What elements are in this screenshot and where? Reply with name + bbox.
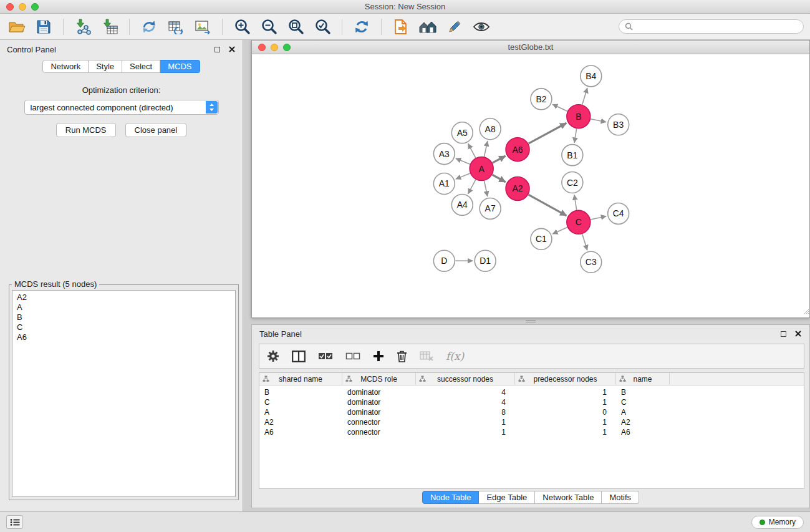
network-window-titlebar[interactable]: testGlobe.txt — [252, 41, 809, 54]
edge-A-A4[interactable] — [468, 180, 476, 194]
close-table-panel-icon[interactable] — [794, 330, 802, 338]
save-session-icon[interactable] — [33, 17, 54, 37]
table-row[interactable]: Bdominator41B — [259, 387, 804, 397]
browser-home-icon[interactable] — [417, 17, 438, 37]
column-header-name[interactable]: name — [616, 373, 670, 385]
network-canvas[interactable]: B4B2BB3A5A8A6B1A3AC2A1A2A4A7C4CC1C3DD1 — [252, 55, 809, 317]
node-B2[interactable]: B2 — [531, 89, 552, 110]
node-B[interactable]: B — [567, 105, 591, 128]
import-network-file-icon[interactable] — [72, 17, 94, 37]
export-document-icon[interactable] — [390, 17, 412, 37]
zoom-out-icon[interactable] — [258, 17, 279, 37]
node-C3[interactable]: C3 — [581, 251, 602, 273]
column-header-MCDS-role[interactable]: MCDS role — [342, 373, 416, 385]
float-control-panel-icon[interactable] — [213, 46, 221, 54]
node-C[interactable]: C — [567, 210, 591, 234]
table-tab-motifs[interactable]: Motifs — [602, 491, 639, 504]
node-A4[interactable]: A4 — [451, 194, 473, 215]
edge-A-A8[interactable] — [484, 141, 487, 157]
node-A6[interactable]: A6 — [506, 138, 529, 162]
apply-layout-icon[interactable] — [351, 17, 372, 37]
edge-B-B3[interactable] — [591, 119, 606, 122]
run-mcds-button[interactable]: Run MCDS — [56, 123, 116, 137]
node-A2[interactable]: A2 — [506, 177, 529, 201]
table-row[interactable]: Cdominator41C — [259, 397, 804, 407]
table-tab-network-table[interactable]: Network Table — [535, 491, 602, 504]
mcds-result-item[interactable]: B — [17, 312, 231, 322]
node-C2[interactable]: C2 — [562, 172, 583, 193]
edge-A-A6[interactable] — [493, 156, 506, 163]
new-network-icon[interactable] — [138, 17, 160, 37]
mcds-result-item[interactable]: A — [17, 302, 231, 312]
node-A7[interactable]: A7 — [480, 198, 501, 219]
table-settings-icon[interactable] — [267, 349, 279, 364]
table-row[interactable]: A6connector11A6 — [259, 427, 804, 437]
control-tab-network[interactable]: Network — [42, 60, 89, 73]
zoom-in-icon[interactable] — [231, 17, 253, 37]
edge-B-B2[interactable] — [552, 104, 567, 111]
zoom-fit-icon[interactable] — [285, 17, 306, 37]
network-zoom-button[interactable] — [283, 44, 291, 51]
control-tab-mcds[interactable]: MCDS — [160, 60, 200, 73]
panel-splitter[interactable] — [251, 319, 810, 324]
network-view[interactable]: B4B2BB3A5A8A6B1A3AC2A1A2A4A7C4CC1C3DD1 — [252, 55, 809, 317]
column-header-shared-name[interactable]: shared name — [259, 373, 342, 385]
mcds-result-item[interactable]: A6 — [17, 332, 231, 342]
style-wand-icon[interactable] — [444, 17, 465, 37]
column-header-successor-nodes[interactable]: successor nodes — [416, 373, 515, 385]
edge-B-B4[interactable] — [582, 88, 587, 105]
table-tab-node-table[interactable]: Node Table — [422, 491, 480, 504]
table-row[interactable]: Adominator80A — [259, 407, 804, 417]
network-minimize-button[interactable] — [271, 44, 278, 51]
select-all-icon[interactable] — [318, 349, 333, 364]
add-row-icon[interactable] — [373, 349, 384, 364]
deselect-all-icon[interactable] — [345, 349, 360, 364]
edge-A-A2[interactable] — [493, 175, 506, 182]
node-D[interactable]: D — [433, 250, 455, 271]
export-image-icon[interactable] — [192, 17, 213, 37]
close-window-button[interactable] — [6, 3, 14, 11]
show-graphics-details-icon[interactable] — [471, 17, 492, 37]
open-file-icon[interactable] — [6, 17, 27, 37]
minimize-window-button[interactable] — [19, 3, 26, 11]
edge-A2-C[interactable] — [529, 195, 567, 216]
import-table-file-icon[interactable] — [99, 17, 120, 37]
float-table-panel-icon[interactable] — [779, 330, 788, 338]
table-tab-edge-table[interactable]: Edge Table — [479, 491, 535, 504]
mcds-result-item[interactable]: A2 — [17, 293, 231, 302]
node-B3[interactable]: B3 — [608, 114, 629, 135]
search-box[interactable] — [619, 19, 804, 34]
edge-C-C4[interactable] — [591, 216, 606, 220]
node-B1[interactable]: B1 — [562, 145, 583, 166]
table-row[interactable]: A2connector11A2 — [259, 417, 804, 427]
node-A8[interactable]: A8 — [480, 118, 501, 140]
column-header-predecessor-nodes[interactable]: predecessor nodes — [515, 373, 616, 385]
edge-A6-B[interactable] — [529, 123, 567, 143]
mcds-result-list[interactable]: A2ABCA6 — [12, 290, 236, 497]
edge-B-B1[interactable] — [574, 128, 577, 143]
edge-C-C3[interactable] — [582, 234, 587, 250]
zoom-selected-icon[interactable] — [312, 17, 333, 37]
node-D1[interactable]: D1 — [475, 250, 496, 271]
node-A5[interactable]: A5 — [451, 122, 473, 143]
function-builder-icon[interactable]: f(x) — [446, 350, 464, 362]
close-panel-button[interactable]: Close panel — [125, 123, 187, 137]
mcds-result-item[interactable]: C — [17, 322, 231, 332]
control-tab-select[interactable]: Select — [122, 60, 160, 73]
new-network-table-icon[interactable] — [165, 17, 186, 37]
edge-A-A5[interactable] — [468, 143, 476, 158]
resize-grip-icon[interactable] — [803, 306, 809, 317]
node-C4[interactable]: C4 — [608, 203, 629, 224]
edge-A-A3[interactable] — [456, 158, 470, 164]
delete-row-icon[interactable] — [397, 349, 407, 364]
criterion-dropdown[interactable]: largest connected component (directed) — [24, 100, 219, 115]
edge-A-A7[interactable] — [484, 181, 487, 196]
edge-C-C1[interactable] — [552, 228, 567, 235]
memory-button[interactable]: Memory — [751, 516, 804, 529]
close-control-panel-icon[interactable] — [228, 46, 236, 54]
network-close-button[interactable] — [258, 44, 266, 51]
node-A3[interactable]: A3 — [433, 143, 455, 165]
control-tab-style[interactable]: Style — [89, 60, 122, 73]
node-A1[interactable]: A1 — [433, 173, 455, 195]
node-A[interactable]: A — [470, 157, 493, 181]
